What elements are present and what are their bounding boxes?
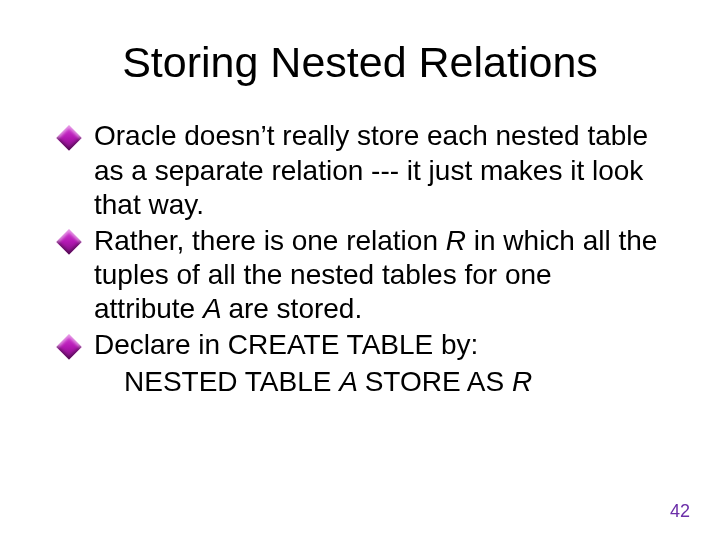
diamond-bullet-icon bbox=[56, 334, 81, 359]
sub-line: NESTED TABLE A STORE AS R bbox=[60, 365, 660, 399]
variable-a: A bbox=[339, 366, 364, 397]
slide: Storing Nested Relations Oracle doesn’t … bbox=[0, 0, 720, 540]
slide-body: Oracle doesn’t really store each nested … bbox=[60, 119, 660, 398]
bullet-text-part: are stored. bbox=[228, 293, 362, 324]
variable-r: R bbox=[446, 225, 474, 256]
bullet-text: Declare in CREATE TABLE by: bbox=[94, 329, 478, 360]
diamond-bullet-icon bbox=[56, 230, 81, 255]
code-text-part: NESTED TABLE bbox=[124, 366, 339, 397]
variable-r: R bbox=[512, 366, 532, 397]
variable-a: A bbox=[203, 293, 228, 324]
slide-title: Storing Nested Relations bbox=[60, 38, 660, 87]
diamond-bullet-icon bbox=[56, 125, 81, 150]
bullet-text-part: Rather, there is one relation bbox=[94, 225, 446, 256]
code-text-part: STORE AS bbox=[365, 366, 512, 397]
bullet-item: Rather, there is one relation R in which… bbox=[60, 224, 660, 326]
bullet-item: Oracle doesn’t really store each nested … bbox=[60, 119, 660, 221]
bullet-text: Oracle doesn’t really store each nested … bbox=[94, 120, 648, 219]
bullet-item: Declare in CREATE TABLE by: bbox=[60, 328, 660, 362]
page-number: 42 bbox=[670, 501, 690, 522]
